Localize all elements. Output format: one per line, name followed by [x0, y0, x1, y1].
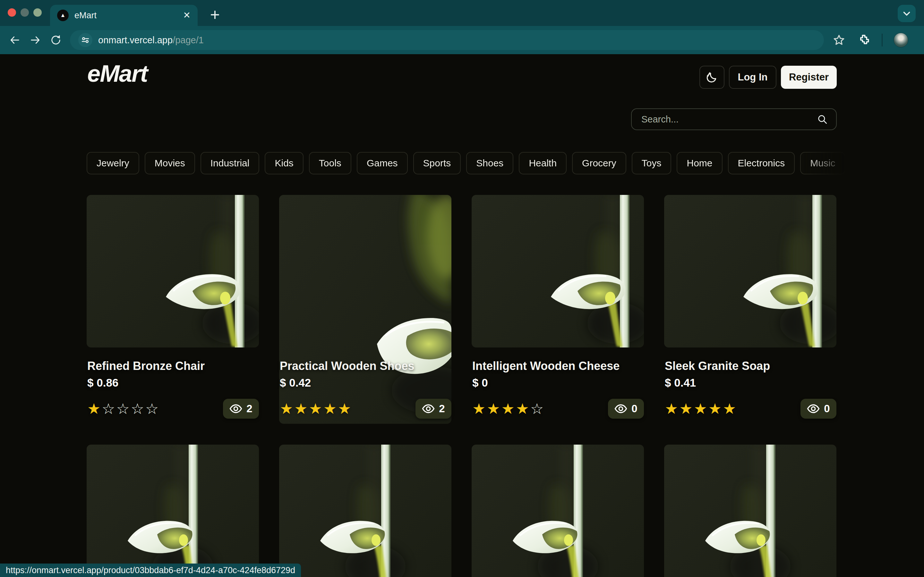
product-info: Refined Bronze Chair $ 0.86 ★☆☆☆☆ 2: [87, 359, 259, 419]
login-button[interactable]: Log In: [729, 66, 776, 89]
search-icon[interactable]: [817, 114, 828, 125]
category-pill-grocery[interactable]: Grocery: [572, 152, 626, 174]
category-pill-home[interactable]: Home: [677, 152, 722, 174]
site-info-icon[interactable]: [78, 33, 92, 47]
product-title: Refined Bronze Chair: [87, 359, 259, 373]
rating-stars: ★★★★☆: [472, 401, 545, 416]
product-image: [664, 195, 837, 348]
search-input[interactable]: [632, 114, 817, 125]
status-link-text: https://onmart.vercel.app/product/03bbda…: [6, 566, 295, 575]
views-badge: 2: [415, 399, 451, 419]
product-card[interactable]: [664, 445, 837, 577]
browser-tab[interactable]: ▲ eMart ✕: [50, 5, 198, 26]
extensions-icon[interactable]: [857, 33, 871, 47]
forward-icon: [29, 34, 42, 47]
product-card[interactable]: Practical Wooden Shoes $ 0.42 ★★★★★ 2: [279, 195, 451, 424]
status-bar: https://onmart.vercel.app/product/03bbda…: [0, 564, 301, 577]
url-text: onmart.vercel.app/page/1: [98, 35, 204, 45]
traffic-light-close-icon[interactable]: [8, 8, 16, 17]
eye-icon: [807, 402, 820, 415]
product-image: [472, 195, 644, 348]
product-card[interactable]: Sleek Granite Soap $ 0.41 ★★★★★ 0: [664, 195, 837, 424]
eye-icon: [422, 402, 435, 415]
moon-icon: [706, 71, 718, 84]
product-card[interactable]: Refined Bronze Chair $ 0.86 ★☆☆☆☆ 2: [87, 195, 259, 424]
site-logo[interactable]: eMart: [87, 60, 147, 87]
traffic-light-minimize-icon[interactable]: [21, 8, 29, 17]
product-title: Practical Wooden Shoes: [280, 359, 451, 373]
product-card[interactable]: [472, 445, 644, 577]
register-button[interactable]: Register: [781, 66, 837, 89]
rating-stars: ★☆☆☆☆: [87, 401, 160, 416]
category-pill-sports[interactable]: Sports: [413, 152, 461, 174]
back-button[interactable]: [5, 30, 25, 50]
product-info: Intelligent Wooden Cheese $ 0 ★★★★☆ 0: [472, 359, 644, 419]
product-price: $ 0: [472, 376, 644, 390]
rating-stars: ★★★★★: [665, 401, 737, 416]
views-count: 0: [632, 403, 637, 415]
rating-row: ★☆☆☆☆ 2: [87, 399, 259, 419]
views-badge: 0: [800, 399, 837, 419]
product-info: Sleek Granite Soap $ 0.41 ★★★★★ 0: [665, 359, 837, 419]
product-image: [87, 195, 259, 348]
tab-title: eMart: [74, 11, 178, 21]
rating-row: ★★★★☆ 0: [472, 399, 644, 419]
url-bar[interactable]: onmart.vercel.app/page/1: [70, 30, 824, 50]
category-list: JewelryMoviesIndustrialKidsToolsGamesSpo…: [87, 152, 848, 175]
close-tab-icon[interactable]: ✕: [183, 11, 191, 20]
product-price: $ 0.41: [665, 376, 837, 390]
bookmark-star-icon[interactable]: [832, 33, 846, 47]
category-pill-kids[interactable]: Kids: [265, 152, 303, 174]
category-pill-games[interactable]: Games: [357, 152, 408, 174]
profile-avatar[interactable]: [893, 33, 908, 47]
product-image: [87, 445, 259, 577]
category-pill-tools[interactable]: Tools: [309, 152, 351, 174]
product-image: [664, 445, 837, 577]
site-favicon-icon: ▲: [57, 10, 69, 21]
product-card[interactable]: [87, 445, 259, 577]
rating-stars: ★★★★★: [280, 401, 352, 416]
menu-kebab-icon[interactable]: [919, 34, 924, 47]
views-badge: 0: [608, 399, 644, 419]
product-price: $ 0.42: [280, 376, 451, 390]
reload-button[interactable]: [45, 30, 66, 50]
new-tab-button[interactable]: +: [205, 5, 225, 24]
traffic-light-zoom-icon[interactable]: [33, 8, 42, 17]
url-path: /page/1: [173, 35, 204, 45]
product-image: [472, 445, 644, 577]
category-pill-jewelry[interactable]: Jewelry: [87, 152, 139, 174]
category-pill-electronics[interactable]: Electronics: [728, 152, 795, 174]
category-pill-movies[interactable]: Movies: [145, 152, 195, 174]
page-content: eMart Log In Register JewelryMoviesIndus…: [0, 54, 924, 577]
views-count: 2: [439, 403, 445, 415]
reload-icon: [49, 34, 62, 47]
product-title: Intelligent Wooden Cheese: [472, 359, 644, 373]
category-pill-toys[interactable]: Toys: [632, 152, 672, 174]
category-pill-industrial[interactable]: Industrial: [200, 152, 260, 174]
product-info: Practical Wooden Shoes $ 0.42 ★★★★★ 2: [280, 359, 451, 419]
chevron-down-icon: [901, 8, 912, 19]
product-title: Sleek Granite Soap: [665, 359, 837, 373]
product-card[interactable]: [279, 445, 451, 577]
rating-row: ★★★★★ 2: [280, 399, 451, 419]
eye-icon: [229, 402, 242, 415]
category-pill-shoes[interactable]: Shoes: [466, 152, 513, 174]
tab-search-button[interactable]: [898, 5, 916, 22]
browser-tab-bar: ▲ eMart ✕ +: [0, 0, 924, 26]
category-pill-music[interactable]: Music: [800, 152, 845, 174]
views-count: 2: [246, 403, 252, 415]
product-card[interactable]: Intelligent Wooden Cheese $ 0 ★★★★☆ 0: [472, 195, 644, 424]
product-price: $ 0.86: [87, 376, 259, 390]
url-host: onmart.vercel.app: [98, 35, 173, 45]
category-pill-health[interactable]: Health: [519, 152, 567, 174]
browser-toolbar: onmart.vercel.app/page/1: [0, 26, 924, 54]
rating-row: ★★★★★ 0: [665, 399, 837, 419]
search-bar: [631, 108, 837, 130]
toolbar-divider: [882, 34, 883, 47]
forward-button[interactable]: [25, 30, 45, 50]
eye-icon: [614, 402, 627, 415]
views-badge: 2: [223, 399, 259, 419]
theme-toggle-button[interactable]: [699, 66, 724, 89]
product-grid: Refined Bronze Chair $ 0.86 ★☆☆☆☆ 2 Prac…: [87, 195, 837, 577]
back-icon: [8, 34, 21, 47]
